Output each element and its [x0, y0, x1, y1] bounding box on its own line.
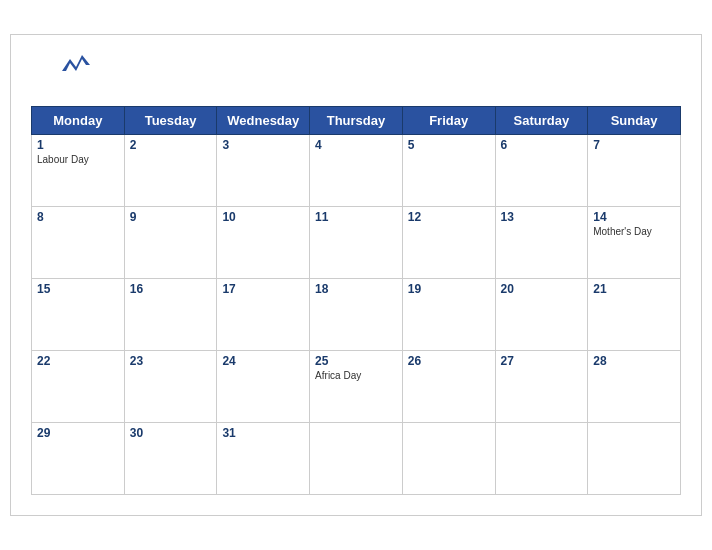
calendar-cell: 15 — [32, 279, 125, 351]
day-number: 17 — [222, 282, 304, 296]
calendar-cell: 12 — [402, 207, 495, 279]
calendar-table: MondayTuesdayWednesdayThursdayFridaySatu… — [31, 106, 681, 495]
calendar-week-row: 293031 — [32, 423, 681, 495]
day-number: 19 — [408, 282, 490, 296]
holiday-name: Labour Day — [37, 154, 119, 165]
logo-area — [31, 51, 121, 94]
calendar-cell: 1Labour Day — [32, 135, 125, 207]
calendar-cell: 3 — [217, 135, 310, 207]
day-number: 22 — [37, 354, 119, 368]
calendar-cell: 26 — [402, 351, 495, 423]
svg-marker-0 — [62, 55, 90, 71]
day-number: 14 — [593, 210, 675, 224]
day-number: 23 — [130, 354, 212, 368]
calendar-cell: 31 — [217, 423, 310, 495]
country-label — [591, 51, 681, 55]
day-number: 5 — [408, 138, 490, 152]
day-number: 20 — [501, 282, 583, 296]
day-number: 18 — [315, 282, 397, 296]
calendar-cell: 25Africa Day — [310, 351, 403, 423]
day-number: 31 — [222, 426, 304, 440]
weekday-header: Saturday — [495, 107, 588, 135]
calendar-cell: 23 — [124, 351, 217, 423]
calendar-container: MondayTuesdayWednesdayThursdayFridaySatu… — [10, 34, 702, 516]
calendar-body: 1Labour Day234567891011121314Mother's Da… — [32, 135, 681, 495]
calendar-cell: 8 — [32, 207, 125, 279]
day-number: 21 — [593, 282, 675, 296]
weekday-header-row: MondayTuesdayWednesdayThursdayFridaySatu… — [32, 107, 681, 135]
calendar-cell: 14Mother's Day — [588, 207, 681, 279]
day-number: 15 — [37, 282, 119, 296]
calendar-cell: 9 — [124, 207, 217, 279]
calendar-header — [31, 51, 681, 94]
logo-icon — [58, 51, 94, 79]
day-number: 2 — [130, 138, 212, 152]
calendar-cell: 6 — [495, 135, 588, 207]
calendar-cell — [495, 423, 588, 495]
day-number: 24 — [222, 354, 304, 368]
calendar-cell: 4 — [310, 135, 403, 207]
calendar-cell: 5 — [402, 135, 495, 207]
calendar-cell: 24 — [217, 351, 310, 423]
calendar-cell: 7 — [588, 135, 681, 207]
day-number: 8 — [37, 210, 119, 224]
calendar-cell: 10 — [217, 207, 310, 279]
calendar-cell — [588, 423, 681, 495]
day-number: 9 — [130, 210, 212, 224]
calendar-cell: 19 — [402, 279, 495, 351]
calendar-cell: 29 — [32, 423, 125, 495]
calendar-week-row: 22232425Africa Day262728 — [32, 351, 681, 423]
weekday-header: Friday — [402, 107, 495, 135]
calendar-cell: 27 — [495, 351, 588, 423]
calendar-week-row: 1Labour Day234567 — [32, 135, 681, 207]
day-number: 6 — [501, 138, 583, 152]
weekday-header: Monday — [32, 107, 125, 135]
calendar-week-row: 15161718192021 — [32, 279, 681, 351]
holiday-name: Mother's Day — [593, 226, 675, 237]
day-number: 16 — [130, 282, 212, 296]
calendar-week-row: 891011121314Mother's Day — [32, 207, 681, 279]
calendar-cell: 20 — [495, 279, 588, 351]
calendar-cell: 11 — [310, 207, 403, 279]
day-number: 7 — [593, 138, 675, 152]
calendar-cell: 2 — [124, 135, 217, 207]
weekday-header: Wednesday — [217, 107, 310, 135]
weekday-header: Thursday — [310, 107, 403, 135]
calendar-cell: 16 — [124, 279, 217, 351]
calendar-cell: 18 — [310, 279, 403, 351]
day-number: 25 — [315, 354, 397, 368]
day-number: 11 — [315, 210, 397, 224]
day-number: 12 — [408, 210, 490, 224]
weekday-header: Sunday — [588, 107, 681, 135]
weekday-header: Tuesday — [124, 107, 217, 135]
day-number: 1 — [37, 138, 119, 152]
day-number: 29 — [37, 426, 119, 440]
day-number: 13 — [501, 210, 583, 224]
holiday-name: Africa Day — [315, 370, 397, 381]
day-number: 26 — [408, 354, 490, 368]
calendar-cell: 21 — [588, 279, 681, 351]
calendar-thead: MondayTuesdayWednesdayThursdayFridaySatu… — [32, 107, 681, 135]
day-number: 3 — [222, 138, 304, 152]
calendar-cell — [310, 423, 403, 495]
day-number: 4 — [315, 138, 397, 152]
calendar-cell: 13 — [495, 207, 588, 279]
day-number: 27 — [501, 354, 583, 368]
day-number: 10 — [222, 210, 304, 224]
day-number: 30 — [130, 426, 212, 440]
calendar-cell: 17 — [217, 279, 310, 351]
calendar-cell: 28 — [588, 351, 681, 423]
calendar-cell: 30 — [124, 423, 217, 495]
calendar-cell — [402, 423, 495, 495]
day-number: 28 — [593, 354, 675, 368]
calendar-cell: 22 — [32, 351, 125, 423]
